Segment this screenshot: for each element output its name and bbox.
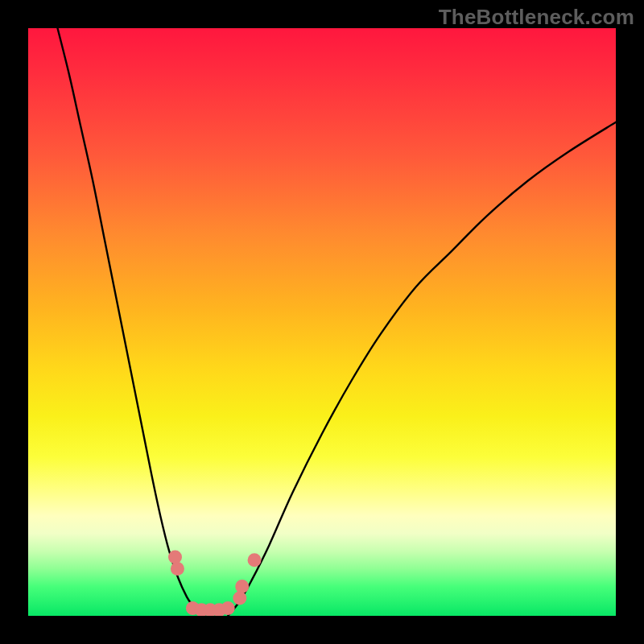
watermark-text: TheBottleneck.com [439,5,634,30]
marker-dot [233,592,246,605]
marker-dot [221,601,235,615]
marker-group [168,551,262,617]
right-curve [228,122,616,616]
marker-dot [248,553,262,567]
marker-dot [168,551,182,564]
chart-frame: TheBottleneck.com [0,0,644,644]
marker-dot [171,562,184,576]
marker-dot [235,580,249,593]
plot-area [28,28,616,616]
left-curve [58,28,205,616]
curve-layer [28,28,616,616]
